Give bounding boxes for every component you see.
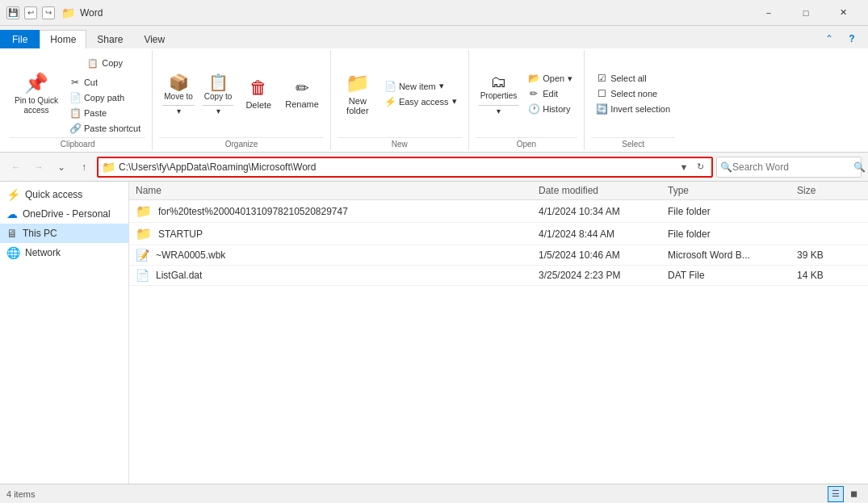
move-to-chevron: ▾	[177, 107, 181, 115]
edit-button[interactable]: ✏ Edit	[523, 86, 577, 101]
search-bar-icon: 🔍	[720, 161, 732, 173]
nav-bar: ← → ⌄ ↑ 📁 C:\Users\fy\AppData\Roaming\Mi…	[0, 153, 868, 182]
paste-button[interactable]: 📋 Paste	[65, 106, 145, 120]
delete-button[interactable]: 🗑 Delete	[238, 69, 279, 118]
select-all-button[interactable]: ☑ Select all	[591, 71, 675, 86]
cut-button[interactable]: ✂ Cut	[65, 75, 145, 90]
copy-path-button[interactable]: 📄 Copy path	[65, 90, 145, 105]
open-button[interactable]: 📂 Open ▾	[523, 71, 577, 86]
copy-path-icon: 📄	[69, 92, 81, 103]
file-name: 📁 for%20test%2000401310978210520829747	[136, 203, 539, 219]
file-date: 3/25/2024 2:23 PM	[539, 270, 668, 281]
rename-button[interactable]: ✏ Rename	[280, 69, 324, 118]
new-item-button[interactable]: 📄 New item ▾	[379, 79, 462, 94]
cut-label: Cut	[84, 78, 98, 87]
paste-shortcut-button[interactable]: 🔗 Paste shortcut	[65, 121, 145, 136]
new-item-label: New item	[399, 82, 436, 91]
redo-icon[interactable]: ↪	[42, 6, 55, 19]
open-icon: 📂	[528, 73, 539, 84]
file-name: 📄 ListGal.dat	[136, 269, 539, 282]
item-count: 4 items	[6, 489, 35, 499]
history-icon: 🕐	[528, 103, 539, 115]
table-row[interactable]: 📁 for%20test%2000401310978210520829747 4…	[129, 200, 868, 223]
maximize-button[interactable]: □	[787, 0, 824, 26]
copy-icon: 📋	[87, 58, 99, 69]
sidebar-item-network[interactable]: 🌐 Network	[0, 243, 128, 262]
up-button[interactable]: ↑	[74, 157, 94, 177]
file-rows-container: 📁 for%20test%2000401310978210520829747 4…	[129, 200, 868, 286]
large-icons-view-button[interactable]: ◼	[845, 486, 862, 502]
sidebar-item-onedrive[interactable]: ☁ OneDrive - Personal	[0, 204, 128, 224]
paste-shortcut-label: Paste shortcut	[84, 124, 140, 133]
tab-home[interactable]: Home	[40, 30, 86, 48]
refresh-button[interactable]: ↻	[692, 159, 708, 175]
sidebar-item-quickaccess[interactable]: ⚡ Quick access	[0, 185, 128, 204]
table-row[interactable]: 📄 ListGal.dat 3/25/2024 2:23 PM DAT File…	[129, 266, 868, 286]
new-folder-button[interactable]: 📁 Newfolder	[338, 69, 378, 118]
address-text: C:\Users\fy\AppData\Roaming\Microsoft\Wo…	[115, 161, 676, 173]
back-button[interactable]: ←	[6, 157, 26, 177]
address-bar[interactable]: 📁 C:\Users\fy\AppData\Roaming\Microsoft\…	[97, 157, 713, 178]
select-none-label: Select none	[610, 89, 657, 99]
file-list-header: Name Date modified Type Size	[129, 182, 868, 200]
open-group-label: Open	[476, 137, 578, 149]
close-button[interactable]: ✕	[824, 0, 862, 26]
forward-button[interactable]: →	[29, 157, 48, 177]
move-to-button[interactable]: 📦 Move to ▾	[159, 69, 198, 118]
search-input[interactable]	[732, 161, 853, 173]
pin-quick-access-button[interactable]: 📌 Pin to Quickaccess	[10, 69, 63, 118]
help-button[interactable]: ?	[842, 29, 862, 48]
delete-icon: 🗑	[249, 78, 267, 99]
clipboard-content: 📌 Pin to Quickaccess 📋 Copy ✂ Cut 📄 Copy…	[10, 52, 145, 136]
select-col: ☑ Select all ☐ Select none 🔄 Invert sele…	[591, 71, 675, 116]
view-controls: ☰ ◼	[828, 486, 862, 502]
tab-view[interactable]: View	[133, 30, 175, 48]
copy-button[interactable]: 📋 Copy	[65, 52, 145, 74]
organize-group-label: Organize	[159, 137, 324, 149]
cut-icon: ✂	[69, 77, 81, 88]
sidebar-item-quickaccess-label: Quick access	[25, 189, 82, 200]
select-all-icon: ☑	[596, 73, 607, 84]
properties-icon: 🗂	[490, 73, 506, 91]
details-view-button[interactable]: ☰	[828, 486, 844, 502]
sidebar-item-network-label: Network	[25, 247, 61, 258]
easy-access-label: Easy access	[399, 97, 449, 107]
title-quick-access: 💾 ↩ ↪	[6, 6, 55, 19]
select-none-icon: ☐	[596, 88, 607, 99]
invert-selection-button[interactable]: 🔄 Invert selection	[591, 102, 675, 116]
undo-icon[interactable]: ↩	[24, 6, 37, 19]
select-none-button[interactable]: ☐ Select none	[591, 86, 675, 101]
copy-label: Copy	[102, 58, 123, 68]
tab-file[interactable]: File	[0, 30, 40, 48]
folder-icon: 📁	[61, 6, 75, 19]
easy-access-icon: ⚡	[384, 96, 396, 107]
dat-icon: 📄	[136, 269, 149, 282]
file-type: DAT File	[668, 270, 797, 281]
sidebar-item-thispc[interactable]: 🖥 This PC	[0, 224, 128, 243]
select-group-label: Select	[591, 137, 675, 149]
search-bar[interactable]: 🔍 🔍	[716, 157, 862, 178]
ribbon-collapse-button[interactable]: ⌃	[820, 29, 839, 48]
col-header-date: Date modified	[539, 185, 668, 196]
table-row[interactable]: 📝 ~WRA0005.wbk 1/5/2024 10:46 AM Microso…	[129, 245, 868, 266]
tab-share[interactable]: Share	[86, 30, 133, 48]
address-dropdown-button[interactable]: ▼	[676, 159, 692, 175]
easy-access-button[interactable]: ⚡ Easy access ▾	[379, 94, 462, 109]
title-bar: 💾 ↩ ↪ 📁 Word − □ ✕	[0, 0, 868, 26]
search-submit-button[interactable]: 🔍	[853, 159, 866, 175]
paste-icon: 📋	[69, 107, 81, 119]
easy-access-chevron: ▾	[452, 96, 457, 107]
recent-button[interactable]: ⌄	[52, 157, 71, 177]
ribbon-group-open: 🗂 Properties ▾ 📂 Open ▾ ✏ Edit 🕐 History	[469, 50, 585, 150]
minimize-button[interactable]: −	[750, 0, 787, 26]
table-row[interactable]: 📁 STARTUP 4/1/2024 8:44 AM File folder	[129, 223, 868, 245]
properties-button[interactable]: 🗂 Properties ▾	[476, 69, 522, 118]
file-date: 1/5/2024 10:46 AM	[539, 249, 668, 261]
file-date: 4/1/2024 8:44 AM	[539, 228, 668, 240]
sidebar-item-onedrive-label: OneDrive - Personal	[23, 208, 111, 220]
history-button[interactable]: 🕐 History	[523, 102, 577, 116]
copy-to-button[interactable]: 📋 Copy to ▾	[199, 69, 237, 118]
save-icon[interactable]: 💾	[6, 6, 19, 19]
rename-label: Rename	[285, 99, 319, 109]
ribbon-group-new: 📁 Newfolder 📄 New item ▾ ⚡ Easy access ▾…	[331, 50, 469, 150]
